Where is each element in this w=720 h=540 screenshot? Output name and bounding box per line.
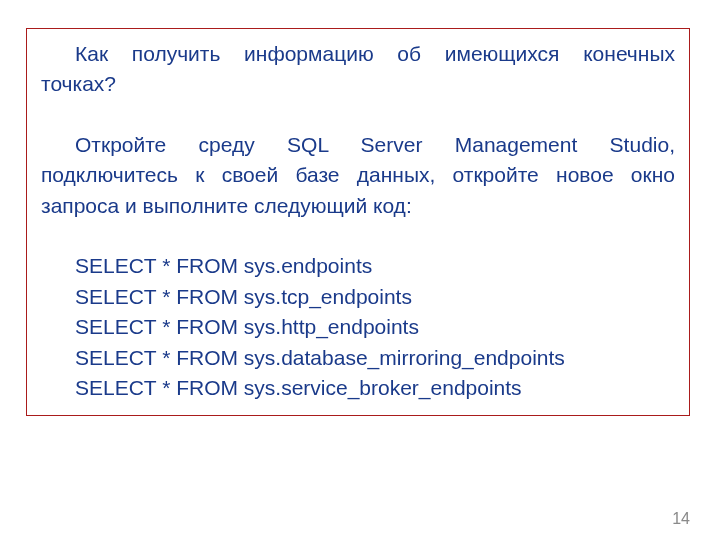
- paragraph-1-line-1: Как получить информацию об имеющихся кон…: [41, 39, 675, 69]
- page-number: 14: [672, 510, 690, 528]
- code-line-3: SELECT * FROM sys.http_endpoints: [75, 312, 675, 342]
- paragraph-1-line-2: точках?: [41, 69, 675, 99]
- code-line-2: SELECT * FROM sys.tcp_endpoints: [75, 282, 675, 312]
- code-line-5: SELECT * FROM sys.service_broker_endpoin…: [75, 373, 675, 403]
- code-block: SELECT * FROM sys.endpoints SELECT * FRO…: [41, 251, 675, 403]
- paragraph-2: Откройте среду SQL Server Management Stu…: [41, 130, 675, 221]
- code-line-4: SELECT * FROM sys.database_mirroring_end…: [75, 343, 675, 373]
- code-line-1: SELECT * FROM sys.endpoints: [75, 251, 675, 281]
- content-box: Как получить информацию об имеющихся кон…: [26, 28, 690, 416]
